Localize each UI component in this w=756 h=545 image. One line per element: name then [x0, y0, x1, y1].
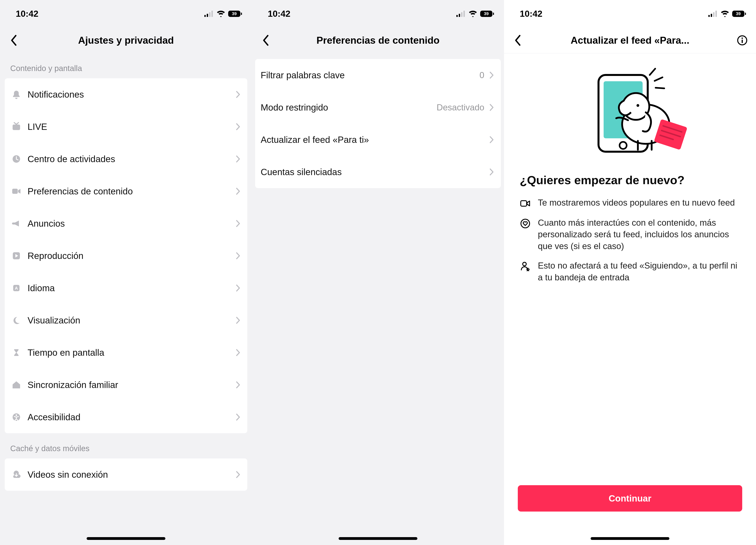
screen-refresh-feed: 10:42 39 Actualizar el feed «Para...	[504, 0, 756, 545]
item-label: Centro de actividades	[28, 154, 234, 164]
nav-bar: Ajustes y privacidad	[0, 28, 252, 53]
chevron-right-icon	[234, 316, 242, 324]
moon-icon	[10, 314, 22, 326]
cellular-icon	[708, 11, 718, 17]
nav-bar: Preferencias de contenido	[252, 28, 504, 53]
item-value: Desactivado	[437, 103, 484, 112]
home-indicator[interactable]	[591, 537, 669, 540]
svg-rect-22	[711, 14, 712, 17]
bullet-3: Esto no afectará a tu feed «Siguiendo», …	[504, 256, 756, 287]
chevron-right-icon	[234, 413, 242, 421]
tv-icon	[10, 121, 22, 133]
battery-icon: 39	[228, 10, 242, 17]
chevron-right-icon	[234, 349, 242, 356]
svg-rect-17	[463, 11, 465, 17]
svg-rect-6	[13, 125, 20, 130]
section-header-content: Contenido y pantalla	[0, 53, 252, 78]
svg-text:39: 39	[736, 11, 741, 16]
status-time: 10:42	[268, 9, 290, 19]
back-button[interactable]	[260, 34, 272, 46]
svg-rect-30	[742, 40, 743, 43]
svg-point-47	[521, 219, 530, 228]
settings-item-tiempo-pantalla[interactable]: Tiempo en pantalla	[5, 336, 247, 369]
svg-point-13	[16, 414, 17, 416]
chevron-right-icon	[234, 284, 242, 292]
status-bar: 10:42 39	[0, 0, 252, 28]
settings-item-anuncios[interactable]: Anuncios	[5, 208, 247, 240]
svg-rect-15	[459, 14, 460, 17]
item-label: Preferencias de contenido	[28, 186, 234, 197]
pref-item-restricted-mode[interactable]: Modo restringido Desactivado	[255, 91, 501, 124]
settings-item-notificaciones[interactable]: Notificaciones	[5, 78, 247, 111]
svg-point-48	[523, 262, 526, 266]
play-icon	[10, 250, 22, 262]
pref-item-filter-keywords[interactable]: Filtrar palabras clave 0	[255, 59, 501, 91]
home-indicator[interactable]	[87, 537, 165, 540]
chevron-right-icon	[234, 155, 242, 163]
svg-rect-0	[204, 15, 206, 17]
back-button[interactable]	[8, 34, 20, 46]
bullet-text: Cuanto más interactúes con el contenido,…	[538, 217, 740, 252]
status-bar: 10:42 39	[504, 0, 756, 28]
info-icon	[737, 35, 748, 46]
svg-rect-3	[211, 11, 213, 17]
settings-item-actividades[interactable]: Centro de actividades	[5, 143, 247, 175]
heart-target-icon	[520, 218, 531, 229]
screen-content-prefs: 10:42 39 Preferencias de contenido	[252, 0, 504, 545]
svg-point-39	[636, 104, 639, 107]
svg-point-33	[620, 142, 627, 149]
screen-settings: 10:42 39 Ajustes y privacidad Contenido …	[0, 0, 252, 545]
battery-icon: 39	[480, 10, 494, 17]
section-header-cache: Caché y datos móviles	[0, 433, 252, 458]
item-label: Accesibilidad	[28, 412, 234, 422]
item-label: Cuentas silenciadas	[261, 167, 488, 177]
svg-rect-8	[12, 189, 18, 194]
page-title: Preferencias de contenido	[316, 35, 439, 46]
hourglass-icon	[10, 346, 22, 359]
item-label: Filtrar palabras clave	[261, 70, 480, 81]
battery-percent-text: 39	[232, 11, 237, 16]
bullet-2: Cuanto más interactúes con el contenido,…	[504, 213, 756, 256]
chevron-right-icon	[234, 187, 242, 195]
chevron-right-icon	[488, 168, 496, 176]
status-right: 39	[204, 10, 242, 17]
continue-button[interactable]: Continuar	[518, 485, 742, 512]
pref-item-refresh-feed[interactable]: Actualizar el feed «Para ti»	[255, 124, 501, 156]
settings-item-visualizacion[interactable]: Visualización	[5, 304, 247, 336]
svg-rect-23	[713, 12, 714, 17]
settings-item-live[interactable]: LIVE	[5, 111, 247, 143]
settings-item-preferencias[interactable]: Preferencias de contenido	[5, 175, 247, 208]
heading: ¿Quieres empezar de nuevo?	[504, 164, 756, 193]
pref-item-muted-accounts[interactable]: Cuentas silenciadas	[255, 156, 501, 188]
wifi-icon	[469, 11, 477, 17]
info-button[interactable]	[736, 34, 748, 46]
svg-rect-2	[209, 12, 210, 17]
bullet-text: Te mostraremos videos populares en tu nu…	[538, 197, 735, 208]
settings-item-accesibilidad[interactable]: Accesibilidad	[5, 401, 247, 433]
settings-list-cache: Videos sin conexión	[5, 458, 247, 491]
svg-rect-5	[241, 13, 242, 15]
page-title: Actualizar el feed «Para...	[571, 35, 689, 46]
chevron-left-icon	[262, 35, 269, 46]
person-star-icon	[520, 261, 531, 272]
settings-item-idioma[interactable]: A Idioma	[5, 272, 247, 304]
svg-line-35	[655, 77, 662, 81]
status-right: 39	[708, 10, 746, 17]
chevron-right-icon	[234, 123, 242, 131]
bullet-1: Te mostraremos videos populares en tu nu…	[504, 193, 756, 213]
settings-item-reproduccion[interactable]: Reproducción	[5, 240, 247, 272]
chevron-right-icon	[488, 104, 496, 111]
svg-rect-26	[745, 13, 746, 15]
item-label: Notificaciones	[28, 89, 234, 100]
home-indicator[interactable]	[339, 537, 417, 540]
settings-item-videos-sin-conexion[interactable]: Videos sin conexión	[5, 458, 247, 491]
wifi-icon	[217, 11, 225, 17]
chevron-right-icon	[488, 136, 496, 144]
chevron-left-icon	[514, 35, 521, 46]
item-label: Modo restringido	[261, 102, 437, 113]
settings-item-sincronizacion[interactable]: Sincronización familiar	[5, 369, 247, 401]
item-label: Anuncios	[28, 218, 234, 229]
cellular-icon	[204, 11, 214, 17]
back-button[interactable]	[512, 34, 524, 46]
svg-point-29	[742, 38, 743, 39]
